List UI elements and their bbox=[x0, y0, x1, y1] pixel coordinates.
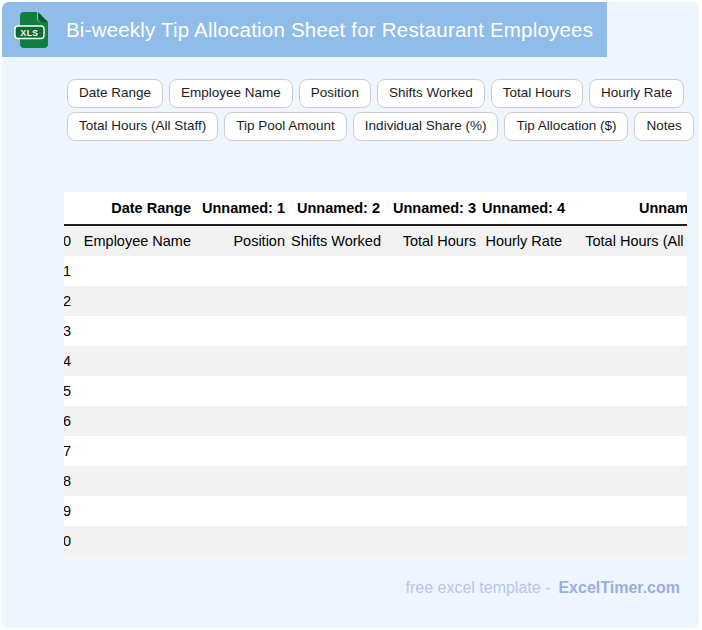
column-header-unnamed-3: Unnamed: 3 bbox=[386, 192, 482, 225]
row-index: 5 bbox=[64, 376, 71, 406]
cell bbox=[386, 376, 482, 406]
footer: free excel template -ExcelTimer.com bbox=[405, 579, 680, 597]
table-row: 8 bbox=[64, 466, 687, 496]
cell bbox=[71, 346, 197, 376]
title-bar: XLS Bi-weekly Tip Allocation Sheet for R… bbox=[2, 2, 607, 57]
chip-shifts-worked[interactable]: Shifts Worked bbox=[377, 79, 485, 108]
cell bbox=[291, 286, 386, 316]
table-row: 7 bbox=[64, 436, 687, 466]
index-column-header bbox=[64, 192, 71, 225]
cell bbox=[386, 256, 482, 286]
badge-label: XLS bbox=[20, 27, 38, 37]
row-index: 9 bbox=[64, 496, 71, 526]
cell bbox=[482, 406, 568, 436]
cell bbox=[197, 346, 291, 376]
cell bbox=[568, 286, 687, 316]
cell bbox=[386, 436, 482, 466]
table-row: 0Employee NamePositionShifts WorkedTotal… bbox=[64, 225, 687, 256]
row-index: 6 bbox=[64, 406, 71, 436]
chip-employee-name[interactable]: Employee Name bbox=[169, 79, 293, 108]
cell bbox=[386, 466, 482, 496]
template-preview-page: XLS Bi-weekly Tip Allocation Sheet for R… bbox=[2, 2, 699, 628]
cell bbox=[386, 346, 482, 376]
chip-date-range[interactable]: Date Range bbox=[67, 79, 163, 108]
cell: Position bbox=[197, 225, 291, 256]
chip-total-hours[interactable]: Total Hours bbox=[491, 79, 583, 108]
cell bbox=[71, 466, 197, 496]
row-index: 4 bbox=[64, 346, 71, 376]
cell: Total Hours bbox=[386, 225, 482, 256]
cell bbox=[197, 466, 291, 496]
header-row: Date RangeUnnamed: 1Unnamed: 2Unnamed: 3… bbox=[64, 192, 687, 225]
cell bbox=[291, 256, 386, 286]
column-header-unnamed-2: Unnamed: 2 bbox=[291, 192, 386, 225]
cell bbox=[386, 286, 482, 316]
cell bbox=[291, 406, 386, 436]
row-index: 7 bbox=[64, 436, 71, 466]
sheet-preview: Date RangeUnnamed: 1Unnamed: 2Unnamed: 3… bbox=[64, 192, 687, 556]
cell: Total Hours (All Staff) bbox=[568, 225, 687, 256]
cell bbox=[482, 256, 568, 286]
cell bbox=[568, 406, 687, 436]
page-title: Bi-weekly Tip Allocation Sheet for Resta… bbox=[66, 18, 593, 42]
chip-individual-share[interactable]: Individual Share (%) bbox=[353, 112, 499, 141]
cell bbox=[568, 496, 687, 526]
cell bbox=[482, 316, 568, 346]
chip-total-hours-all-staff[interactable]: Total Hours (All Staff) bbox=[67, 112, 218, 141]
table-row: 6 bbox=[64, 406, 687, 436]
cell: Hourly Rate bbox=[482, 225, 568, 256]
column-header-unnamed-5: Unnamed: 5 bbox=[568, 192, 687, 225]
cell bbox=[197, 496, 291, 526]
cell bbox=[568, 346, 687, 376]
table-row: 2 bbox=[64, 286, 687, 316]
row-index: 1 bbox=[64, 256, 71, 286]
chip-tip-pool-amount[interactable]: Tip Pool Amount bbox=[224, 112, 347, 141]
cell bbox=[568, 376, 687, 406]
cell bbox=[71, 526, 197, 556]
cell bbox=[568, 466, 687, 496]
cell bbox=[291, 316, 386, 346]
cell bbox=[197, 286, 291, 316]
cell bbox=[386, 526, 482, 556]
cell bbox=[482, 496, 568, 526]
cell: Employee Name bbox=[71, 225, 197, 256]
row-index: 0 bbox=[64, 225, 71, 256]
cell bbox=[568, 316, 687, 346]
table-row: 10 bbox=[64, 526, 687, 556]
cell bbox=[71, 436, 197, 466]
chip-hourly-rate[interactable]: Hourly Rate bbox=[589, 79, 684, 108]
cell bbox=[482, 466, 568, 496]
sheet-table: Date RangeUnnamed: 1Unnamed: 2Unnamed: 3… bbox=[64, 192, 687, 556]
xls-file-icon: XLS bbox=[14, 11, 49, 49]
cell bbox=[71, 406, 197, 436]
chip-position[interactable]: Position bbox=[299, 79, 371, 108]
cell bbox=[568, 526, 687, 556]
cell: Shifts Worked bbox=[291, 225, 386, 256]
row-index: 3 bbox=[64, 316, 71, 346]
cell bbox=[482, 286, 568, 316]
cell bbox=[71, 496, 197, 526]
chip-notes[interactable]: Notes bbox=[634, 112, 693, 141]
cell bbox=[291, 526, 386, 556]
cell bbox=[482, 526, 568, 556]
cell bbox=[291, 436, 386, 466]
cell bbox=[291, 496, 386, 526]
row-index: 2 bbox=[64, 286, 71, 316]
column-header-unnamed-4: Unnamed: 4 bbox=[482, 192, 568, 225]
cell bbox=[291, 346, 386, 376]
cell bbox=[197, 436, 291, 466]
cell bbox=[386, 406, 482, 436]
cell bbox=[197, 376, 291, 406]
cell bbox=[197, 316, 291, 346]
cell bbox=[386, 316, 482, 346]
chip-tip-allocation[interactable]: Tip Allocation ($) bbox=[504, 112, 628, 141]
table-row: 1 bbox=[64, 256, 687, 286]
cell bbox=[71, 256, 197, 286]
footer-brand-link[interactable]: ExcelTimer.com bbox=[558, 579, 680, 596]
table-row: 3 bbox=[64, 316, 687, 346]
table-row: 9 bbox=[64, 496, 687, 526]
cell bbox=[71, 376, 197, 406]
field-chip-list: Date RangeEmployee NamePositionShifts Wo… bbox=[67, 79, 699, 141]
table-row: 5 bbox=[64, 376, 687, 406]
folded-corner bbox=[38, 12, 48, 22]
